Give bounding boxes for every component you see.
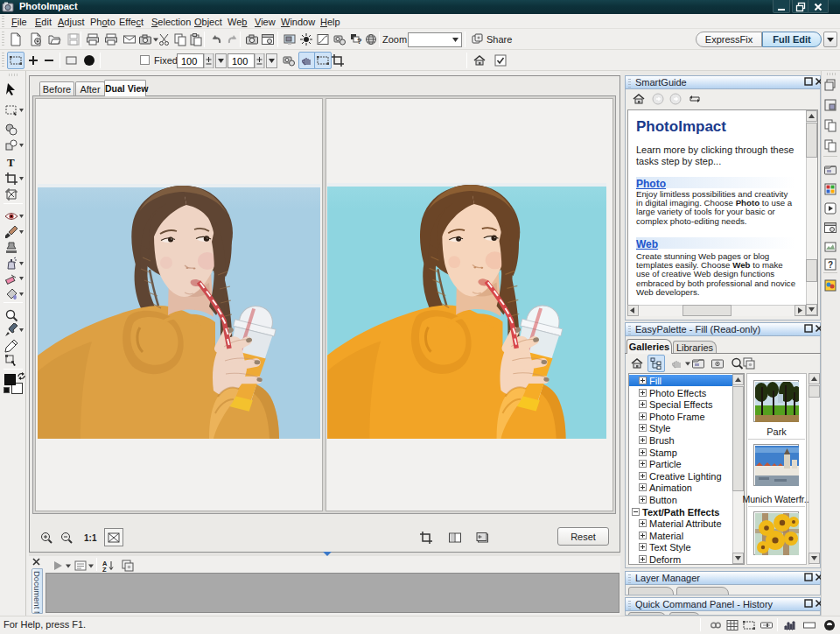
svg-text:Z: Z [102, 566, 107, 573]
svg-text:T: T [7, 156, 15, 169]
svg-text:?: ? [357, 37, 362, 46]
svg-text:1:1: 1:1 [84, 533, 97, 543]
svg-text:?: ? [828, 260, 833, 270]
